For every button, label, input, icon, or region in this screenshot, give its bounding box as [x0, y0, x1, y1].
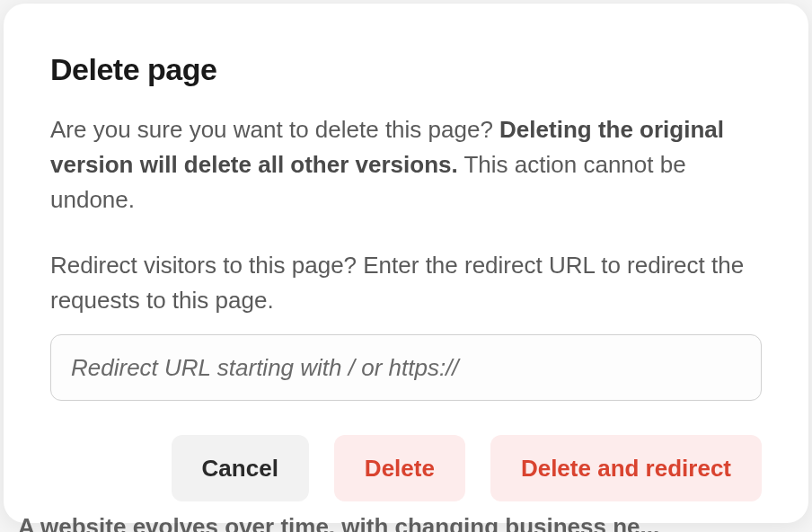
cancel-button[interactable]: Cancel [172, 435, 309, 501]
redirect-prompt: Redirect visitors to this page? Enter th… [50, 248, 762, 318]
warning-prefix: Are you sure you want to delete this pag… [50, 116, 499, 143]
delete-and-redirect-button[interactable]: Delete and redirect [490, 435, 762, 501]
modal-actions: Cancel Delete Delete and redirect [50, 435, 762, 501]
delete-page-modal: Delete page Are you sure you want to del… [4, 4, 808, 523]
redirect-url-input[interactable] [50, 334, 762, 401]
delete-button[interactable]: Delete [334, 435, 465, 501]
modal-title: Delete page [50, 52, 762, 87]
background-body-text: A website evolves over time, with changi… [0, 513, 812, 532]
modal-warning-text: Are you sure you want to delete this pag… [50, 112, 762, 217]
